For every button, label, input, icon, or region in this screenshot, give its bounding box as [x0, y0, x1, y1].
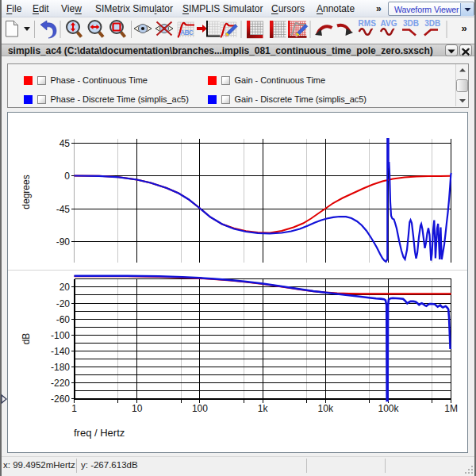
svg-text:-20: -20	[56, 298, 71, 309]
svg-text:100: 100	[192, 403, 208, 414]
svg-text:100k: 100k	[378, 403, 399, 414]
svg-text:-140: -140	[51, 346, 70, 357]
svg-text:1: 1	[71, 403, 77, 414]
svg-text:-100: -100	[51, 330, 70, 341]
svg-text:20: 20	[60, 282, 71, 293]
svg-text:10k: 10k	[318, 403, 334, 414]
svg-text:-45: -45	[56, 204, 71, 215]
svg-text:-180: -180	[51, 362, 70, 373]
svg-text:dB: dB	[21, 333, 32, 345]
svg-text:45: 45	[60, 138, 71, 149]
svg-text:-60: -60	[56, 314, 71, 325]
svg-text:1k: 1k	[258, 403, 269, 414]
svg-text:-90: -90	[56, 236, 71, 248]
svg-text:1M: 1M	[444, 403, 458, 414]
svg-text:freq / Hertz: freq / Hertz	[74, 427, 125, 439]
svg-text:0: 0	[64, 171, 70, 182]
svg-text:-220: -220	[51, 378, 70, 389]
svg-text:-260: -260	[51, 393, 70, 405]
svg-text:degrees: degrees	[21, 175, 32, 209]
svg-text:10: 10	[132, 403, 143, 414]
